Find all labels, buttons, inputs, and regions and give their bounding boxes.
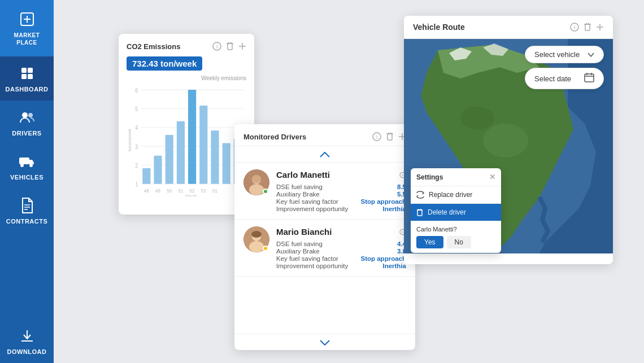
grid-icon bbox=[18, 64, 36, 82]
delete-driver-label: Delete driver bbox=[428, 208, 466, 216]
svg-rect-84 bbox=[585, 74, 594, 82]
sidebar-label-dashboard: DASHBOARD bbox=[6, 86, 49, 93]
route-delete-icon[interactable] bbox=[584, 23, 591, 32]
svg-text:48: 48 bbox=[144, 188, 149, 194]
svg-rect-19 bbox=[228, 43, 232, 50]
svg-rect-5 bbox=[21, 74, 27, 79]
download-icon bbox=[18, 327, 36, 345]
settings-close-button[interactable]: ✕ bbox=[489, 173, 495, 181]
driver-status-mario bbox=[263, 246, 268, 251]
settings-confirm-area: Carlo Manetti? Yes No bbox=[411, 221, 501, 253]
settings-header: Settings ✕ bbox=[411, 168, 501, 186]
route-card-header: Vehicle Route i bbox=[404, 16, 613, 39]
calendar-icon bbox=[584, 72, 594, 85]
svg-rect-43 bbox=[223, 143, 230, 184]
drivers-card-title: Monitored Drivers bbox=[243, 133, 306, 141]
replace-driver-label: Replace driver bbox=[429, 191, 472, 199]
sidebar-item-drivers[interactable]: DRIVERS bbox=[0, 100, 54, 145]
co2-card-title: CO2 Emissions bbox=[127, 42, 180, 51]
drivers-info-icon[interactable]: i bbox=[372, 132, 381, 141]
settings-replace-driver[interactable]: Replace driver bbox=[411, 186, 501, 204]
co2-weekly-label: Weekly emissions bbox=[127, 75, 246, 81]
svg-text:53: 53 bbox=[201, 188, 206, 194]
confirm-yes-button[interactable]: Yes bbox=[416, 236, 443, 248]
svg-text:6: 6 bbox=[135, 87, 138, 94]
drivers-card-header: Monitored Drivers i bbox=[234, 124, 415, 146]
sidebar-label-download: DOWNLOAD bbox=[7, 348, 47, 355]
sidebar-item-vehicles[interactable]: VEHICLES bbox=[0, 145, 54, 189]
sidebar-label-marketplace: MARKETPLACE bbox=[14, 32, 40, 46]
confirm-question: Carlo Manetti? bbox=[416, 226, 495, 233]
sidebar-item-dashboard[interactable]: DASHBOARD bbox=[0, 56, 54, 100]
svg-rect-39 bbox=[177, 121, 185, 184]
svg-point-7 bbox=[22, 112, 28, 118]
route-card-actions: i bbox=[570, 23, 604, 32]
svg-rect-6 bbox=[28, 74, 33, 79]
co2-chart: 6 5 4 3 2 1 48 49 50 bbox=[127, 84, 246, 196]
driver-entry-carlo: Carlo Manetti ⊙ DSE fuel saving 8.5 Auxi… bbox=[234, 163, 415, 220]
select-vehicle-button[interactable]: Select vehicle bbox=[525, 46, 604, 63]
svg-text:51: 51 bbox=[178, 188, 183, 194]
svg-point-64 bbox=[252, 175, 261, 183]
sidebar-label-contracts: CONTRACTS bbox=[6, 218, 48, 225]
info-icon[interactable]: i bbox=[212, 42, 221, 51]
svg-text:50: 50 bbox=[167, 188, 172, 194]
route-card-title: Vehicle Route bbox=[413, 23, 465, 32]
driver-entry-mario: Mario Bianchi ⊙ DSE fuel saving 4.4 Auxi… bbox=[234, 220, 415, 277]
driver-name-row-mario: Mario Bianchi ⊙ bbox=[276, 226, 406, 237]
truck-icon bbox=[18, 152, 36, 170]
svg-text:i: i bbox=[574, 24, 575, 30]
drivers-delete-icon[interactable] bbox=[386, 132, 394, 141]
scroll-up-button[interactable] bbox=[234, 146, 415, 163]
select-date-button[interactable]: Select date bbox=[525, 68, 604, 89]
add-icon[interactable] bbox=[238, 42, 246, 50]
svg-point-10 bbox=[20, 164, 24, 167]
scroll-down-button[interactable] bbox=[234, 334, 415, 350]
settings-delete-driver[interactable]: Delete driver bbox=[411, 204, 501, 221]
driver-stats-carlo: DSE fuel saving 8.5 Auxiliary Brake 5.5 … bbox=[276, 183, 406, 212]
svg-rect-71 bbox=[585, 24, 590, 30]
svg-point-8 bbox=[28, 113, 33, 117]
drivers-card-actions: i bbox=[372, 132, 406, 141]
co2-card-actions: i bbox=[212, 42, 246, 51]
main-area: CO2 Emissions i 732.43 ton/week Weekly e… bbox=[54, 0, 644, 363]
sidebar-label-vehicles: VEHICLES bbox=[10, 174, 43, 181]
route-controls: Select vehicle Select date bbox=[525, 46, 604, 89]
sidebar-label-drivers: DRIVERS bbox=[12, 130, 41, 137]
svg-text:Week: Week bbox=[185, 194, 197, 196]
svg-rect-3 bbox=[21, 68, 27, 73]
route-add-icon[interactable] bbox=[596, 23, 604, 31]
sidebar-item-download[interactable]: DOWNLOAD bbox=[0, 319, 54, 363]
svg-text:52: 52 bbox=[190, 188, 195, 194]
svg-rect-88 bbox=[417, 210, 422, 216]
confirm-no-button[interactable]: No bbox=[447, 236, 471, 248]
select-vehicle-label: Select vehicle bbox=[534, 50, 580, 59]
driver-avatar-wrap-carlo bbox=[243, 169, 269, 195]
driver-name-row-carlo: Carlo Manetti ⊙ bbox=[276, 169, 406, 180]
sidebar-item-contracts[interactable]: CONTRACTS bbox=[0, 189, 54, 233]
settings-popup: Settings ✕ Replace driver Delete driver … bbox=[411, 168, 501, 253]
replace-icon bbox=[416, 191, 424, 199]
sidebar-item-marketplace[interactable]: MARKETPLACE bbox=[0, 0, 54, 56]
driver-name-mario: Mario Bianchi bbox=[276, 227, 332, 237]
delete-icon[interactable] bbox=[226, 42, 234, 51]
svg-rect-41 bbox=[199, 106, 207, 184]
svg-point-82 bbox=[483, 124, 528, 158]
driver-status-carlo bbox=[263, 189, 268, 194]
svg-point-83 bbox=[460, 107, 494, 129]
driver-info-carlo: Carlo Manetti ⊙ DSE fuel saving 8.5 Auxi… bbox=[276, 169, 406, 212]
svg-text:01: 01 bbox=[212, 188, 217, 194]
confirm-buttons: Yes No bbox=[416, 236, 495, 248]
svg-rect-42 bbox=[211, 130, 219, 183]
svg-rect-56 bbox=[388, 134, 392, 140]
co2-card: CO2 Emissions i 732.43 ton/week Weekly e… bbox=[119, 34, 254, 215]
svg-text:tons/week: tons/week bbox=[127, 128, 132, 151]
route-info-icon[interactable]: i bbox=[570, 23, 579, 32]
svg-rect-36 bbox=[142, 168, 150, 184]
svg-rect-37 bbox=[154, 156, 162, 184]
co2-value-badge: 732.43 ton/week bbox=[127, 56, 202, 71]
svg-text:49: 49 bbox=[155, 188, 160, 194]
driver-name-carlo: Carlo Manetti bbox=[276, 170, 330, 180]
settings-title: Settings bbox=[416, 173, 443, 181]
file-icon bbox=[18, 196, 36, 215]
